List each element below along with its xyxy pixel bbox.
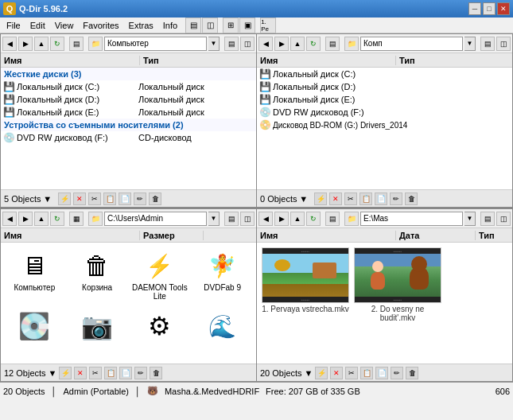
status-btn-5-bl[interactable]: 📄 [119, 367, 132, 379]
status-btn-6-bl[interactable]: ✏ [134, 367, 147, 379]
status-btn-1-tl[interactable]: ⚡ [58, 192, 71, 205]
path-dropdown-bl[interactable]: ▼ [208, 212, 220, 226]
menu-extras[interactable]: Extras [124, 19, 158, 32]
icon-item-recycle[interactable]: 🗑 Корзина [67, 246, 128, 305]
status-btn-7-tr[interactable]: 🗑 [405, 192, 418, 205]
menu-favorites[interactable]: Favorites [78, 19, 123, 32]
path-input-br[interactable]: E:\Mas [360, 212, 463, 226]
status-btn-3-br[interactable]: ✂ [345, 367, 358, 379]
menu-info[interactable]: Info [158, 19, 182, 32]
status-btn-3-tl[interactable]: ✂ [88, 192, 101, 205]
view2-button-bl[interactable]: ▤ [224, 212, 239, 226]
toolbar-icon-2[interactable]: ◫ [202, 18, 218, 33]
status-btn-1-bl[interactable]: ⚡ [59, 367, 72, 379]
icon-item-5[interactable]: 💽 [4, 306, 65, 348]
refresh-button-br[interactable]: ↻ [306, 212, 321, 226]
view2-button-tl[interactable]: ▤ [224, 37, 239, 51]
status-btn-5-tr[interactable]: 📄 [375, 192, 387, 205]
icon-item-daemon[interactable]: ⚡ DAEMON Tools Lite [130, 246, 191, 305]
status-btn-2-br[interactable]: ✕ [330, 367, 343, 379]
view-button-br[interactable]: ▤ [325, 212, 340, 226]
toolbar-icon-4[interactable]: ▣ [239, 18, 255, 33]
close-button[interactable]: ✕ [497, 2, 510, 15]
up-button-tl[interactable]: ▲ [34, 37, 49, 51]
col-type-tr[interactable]: Тип [396, 56, 503, 65]
list-item[interactable]: 💿 DVD RW дисковод (F:) [257, 106, 512, 119]
view-button-tr[interactable]: ▤ [325, 37, 340, 51]
menu-file[interactable]: File [2, 19, 25, 32]
back-button-br[interactable]: ◀ [258, 212, 273, 226]
split-button-tl[interactable]: ◫ [240, 37, 255, 51]
toolbar-icon-5[interactable]: 1. Pe [260, 18, 276, 33]
status-btn-6-tr[interactable]: ✏ [390, 192, 402, 205]
status-btn-3-bl[interactable]: ✂ [89, 367, 102, 379]
thumb-item-1[interactable]: ▪▪▪▪▪▪ ▪▪▪▪▪▪ [262, 247, 349, 322]
status-btn-4-tl[interactable]: 📋 [103, 192, 116, 205]
path-input-bl[interactable]: C:\Users\Admin [104, 212, 207, 226]
status-btn-6-tl[interactable]: ✏ [134, 192, 146, 205]
forward-button-tl[interactable]: ▶ [18, 37, 33, 51]
split-button-br[interactable]: ◫ [496, 212, 511, 226]
status-btn-5-tl[interactable]: 📄 [119, 192, 131, 205]
path-dropdown-tr[interactable]: ▼ [464, 37, 476, 51]
list-item[interactable]: 📀 Дисковод BD-ROM (G:) Drivers_2014 [257, 119, 512, 131]
status-btn-7-tl[interactable]: 🗑 [149, 192, 161, 205]
status-btn-1-br[interactable]: ⚡ [315, 367, 328, 379]
menu-view[interactable]: View [50, 19, 79, 32]
status-btn-6-br[interactable]: ✏ [391, 367, 403, 379]
status-btn-3-tr[interactable]: ✂ [344, 192, 357, 205]
list-item[interactable]: 💾 Локальный диск (D:) [257, 80, 512, 93]
split-button-tr[interactable]: ◫ [496, 37, 511, 51]
status-btn-4-br[interactable]: 📋 [360, 367, 373, 379]
col-name-tl[interactable]: Имя [1, 56, 140, 65]
forward-button-tr[interactable]: ▶ [274, 37, 289, 51]
list-item[interactable]: 💾 Локальный диск (C:) [257, 68, 512, 80]
path-input-tl[interactable]: Компьютер [104, 37, 207, 51]
col-type-br[interactable]: Тип [476, 231, 503, 240]
status-btn-4-bl[interactable]: 📋 [104, 367, 117, 379]
path-dropdown-tl[interactable]: ▼ [208, 37, 220, 51]
path-dropdown-br[interactable]: ▼ [464, 212, 476, 226]
icon-item-6[interactable]: 📷 [67, 306, 128, 348]
col-date-br[interactable]: Дата [396, 231, 476, 240]
status-btn-2-tl[interactable]: ✕ [73, 192, 86, 205]
up-button-br[interactable]: ▲ [290, 212, 305, 226]
list-item[interactable]: 💾 Локальный диск (E:) Локальный диск [1, 106, 256, 119]
status-btn-1-tr[interactable]: ⚡ [314, 192, 327, 205]
up-button-tr[interactable]: ▲ [290, 37, 305, 51]
toolbar-icon-3[interactable]: ⊞ [223, 18, 239, 33]
minimize-button[interactable]: ─ [468, 2, 481, 15]
forward-button-br[interactable]: ▶ [274, 212, 289, 226]
col-name-tr[interactable]: Имя [257, 56, 396, 65]
icon-item-7[interactable]: ⚙ [130, 306, 191, 348]
list-item[interactable]: 💾 Локальный диск (E:) [257, 93, 512, 106]
list-item[interactable]: 💿 DVD RW дисковод (F:) CD-дисковод [1, 131, 256, 144]
view2-button-br[interactable]: ▤ [480, 212, 495, 226]
back-button-bl[interactable]: ◀ [2, 212, 17, 226]
maximize-button[interactable]: □ [483, 2, 496, 15]
split-button-bl[interactable]: ◫ [240, 212, 255, 226]
icon-item-dvdfab[interactable]: 🧚 DVDFab 9 [192, 246, 253, 305]
toolbar-icon-1[interactable]: ▤ [185, 18, 201, 33]
back-button-tr[interactable]: ◀ [258, 37, 273, 51]
col-name-bl[interactable]: Имя [1, 231, 140, 240]
thumb-item-2[interactable]: ▪▪▪▪▪▪ ▪▪▪▪▪▪ [354, 247, 441, 322]
icon-item-computer[interactable]: 🖥 Компьютер [4, 246, 65, 305]
icon-item-8[interactable]: 🌊 [192, 306, 253, 348]
list-item[interactable]: 💾 Локальный диск (C:) Локальный диск [1, 80, 256, 93]
menu-edit[interactable]: Edit [25, 19, 50, 32]
view2-button-tr[interactable]: ▤ [480, 37, 495, 51]
col-name-br[interactable]: Имя [257, 231, 396, 240]
forward-button-bl[interactable]: ▶ [18, 212, 33, 226]
status-btn-4-tr[interactable]: 📋 [359, 192, 372, 205]
path-input-tr[interactable]: Комп [360, 37, 463, 51]
refresh-button-bl[interactable]: ↻ [50, 212, 64, 226]
up-button-bl[interactable]: ▲ [34, 212, 49, 226]
status-btn-7-bl[interactable]: 🗑 [150, 367, 162, 379]
status-btn-2-tr[interactable]: ✕ [329, 192, 342, 205]
col-type-tl[interactable]: Тип [140, 56, 247, 65]
status-btn-5-br[interactable]: 📄 [375, 367, 388, 379]
view-button-tl[interactable]: ▤ [69, 37, 84, 51]
refresh-button-tr[interactable]: ↻ [306, 37, 321, 51]
list-item[interactable]: 💾 Локальный диск (D:) Локальный диск [1, 93, 256, 106]
